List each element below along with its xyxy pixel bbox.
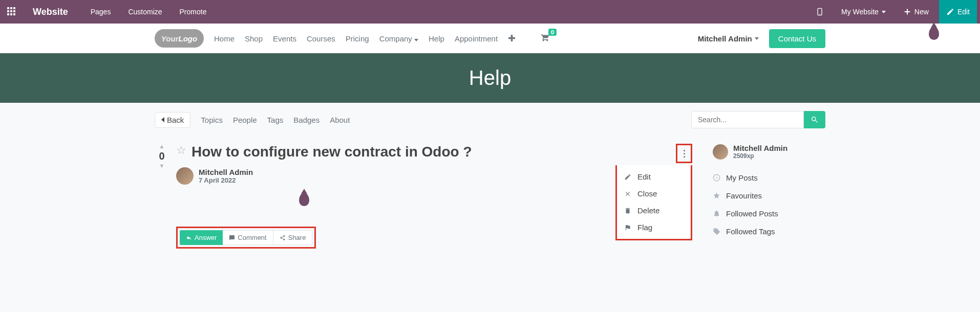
- fnav-tags[interactable]: Tags: [267, 116, 284, 124]
- my-website-dropdown[interactable]: My Website: [834, 0, 893, 24]
- nav-shop[interactable]: Shop: [245, 34, 263, 43]
- sidebar-username[interactable]: Mitchell Admin: [733, 144, 787, 152]
- logo[interactable]: YourLogo: [155, 29, 204, 48]
- edit-button[interactable]: Edit: [939, 0, 977, 24]
- back-button[interactable]: Back: [155, 112, 190, 128]
- sidebar-followed-tags[interactable]: Followed Tags: [713, 222, 825, 240]
- svg-text:?: ?: [715, 176, 718, 181]
- author-name[interactable]: Mitchell Admin: [199, 168, 253, 176]
- more-menu-icon[interactable]: [678, 146, 690, 161]
- upvote-icon[interactable]: ▲: [159, 144, 165, 149]
- nav-pricing[interactable]: Pricing: [346, 34, 369, 43]
- sidebar-followed-posts[interactable]: Followed Posts: [713, 205, 825, 222]
- favourite-star-icon[interactable]: ☆: [176, 144, 186, 157]
- nav-pages[interactable]: Pages: [87, 8, 115, 16]
- mobile-icon[interactable]: [808, 0, 831, 24]
- author-avatar[interactable]: [176, 167, 194, 185]
- question-actions: Answer Comment Share: [176, 227, 316, 249]
- nav-appointment[interactable]: Appointment: [455, 34, 498, 43]
- cart-badge: 0: [548, 29, 557, 36]
- vote-widget: ▲ 0 ▼: [155, 144, 169, 249]
- brand-title: Website: [33, 7, 68, 17]
- nav-courses[interactable]: Courses: [307, 34, 335, 43]
- drop-indicator-icon: [929, 27, 939, 40]
- new-label: New: [914, 8, 929, 16]
- nav-promote[interactable]: Promote: [176, 8, 211, 16]
- fnav-badges[interactable]: Badges: [293, 116, 319, 124]
- fnav-people[interactable]: People: [233, 116, 257, 124]
- comment-button[interactable]: Comment: [223, 230, 273, 245]
- page-title: Help: [0, 66, 980, 90]
- forum-nav: Back Topics People Tags Badges About: [155, 111, 825, 128]
- sidebar-xp: 2509xp: [733, 152, 787, 160]
- drop-content-icon: [299, 193, 309, 206]
- share-button[interactable]: Share: [273, 230, 313, 245]
- svg-point-1: [819, 14, 820, 14]
- profile-sidebar: Mitchell Admin 2509xp ?My Posts Favourit…: [713, 144, 825, 249]
- dd-close[interactable]: Close: [617, 185, 691, 202]
- cart-icon[interactable]: 0: [540, 33, 550, 44]
- nav-home[interactable]: Home: [214, 34, 235, 43]
- edit-label: Edit: [957, 8, 970, 16]
- dd-delete[interactable]: Delete: [617, 202, 691, 219]
- hero-banner: Help: [0, 53, 980, 103]
- kebab-highlight: [676, 144, 692, 163]
- search-button[interactable]: [804, 111, 825, 128]
- sidebar-favourites[interactable]: Favourites: [713, 187, 825, 205]
- nav-events[interactable]: Events: [273, 34, 296, 43]
- contact-us-button[interactable]: Contact Us: [769, 29, 825, 48]
- user-dropdown[interactable]: Mitchell Admin: [698, 34, 759, 43]
- site-header: YourLogo Home Shop Events Courses Pricin…: [144, 24, 836, 53]
- sidebar-avatar[interactable]: [713, 144, 728, 160]
- question-title: How to configure new contract in Odoo ?: [191, 144, 472, 160]
- new-button[interactable]: New: [896, 0, 936, 24]
- fnav-topics[interactable]: Topics: [201, 116, 223, 124]
- fnav-about[interactable]: About: [330, 116, 350, 124]
- nav-customize[interactable]: Customize: [124, 8, 166, 16]
- my-website-label: My Website: [841, 8, 879, 16]
- search-input[interactable]: [691, 111, 804, 128]
- top-bar: Website Pages Customize Promote My Websi…: [0, 0, 980, 24]
- nav-company[interactable]: Company: [379, 34, 418, 43]
- answer-button[interactable]: Answer: [180, 230, 223, 245]
- dd-edit[interactable]: Edit: [617, 168, 691, 185]
- vote-count: 0: [159, 150, 164, 162]
- dd-flag[interactable]: Flag: [617, 219, 691, 236]
- nav-help[interactable]: Help: [429, 34, 444, 43]
- downvote-icon[interactable]: ▼: [159, 163, 165, 169]
- post-date: 7 April 2022: [199, 176, 253, 184]
- add-menu-icon[interactable]: ✚: [508, 33, 516, 44]
- more-dropdown: Edit Close Delete Flag: [615, 165, 692, 240]
- sidebar-myposts[interactable]: ?My Posts: [713, 169, 825, 187]
- apps-icon[interactable]: [7, 7, 16, 16]
